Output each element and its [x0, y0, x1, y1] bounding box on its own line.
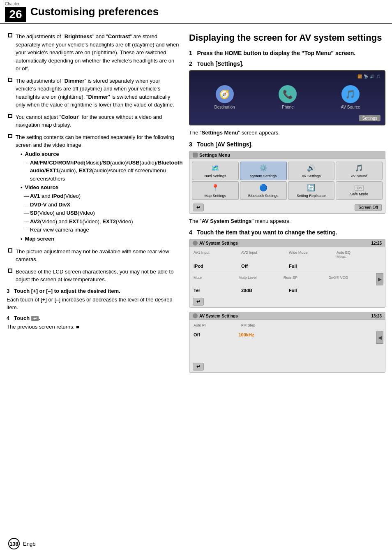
system-label: System Settings — [250, 174, 277, 178]
menu-navi-settings[interactable]: 🗺️ Navi Settings — [192, 162, 239, 180]
top-menu-screen: 📶 📡 🔊 🎵 🧭 Destination 📞 Phone � — [189, 70, 385, 125]
av-cell-av2-label: AV2 Input — [240, 249, 287, 261]
screen-off-button[interactable]: Screen Off — [355, 204, 382, 211]
settings-menu-titlebar: Settings Menu — [189, 151, 385, 159]
menu-map-settings[interactable]: 📍 Map Settings — [192, 181, 239, 200]
step2-text: Touch [Settings]. — [197, 60, 243, 67]
av2-cell-empty1-label — [287, 322, 335, 330]
settings-button[interactable]: Settings — [359, 115, 380, 121]
dash-list-video: AV1 and iPod(Video) DVD-V and DivX SD(Vi… — [24, 192, 182, 234]
scroll-left-arrow[interactable]: ◀ — [376, 331, 383, 344]
top-menu-content: 📶 📡 🔊 🎵 🧭 Destination 📞 Phone � — [190, 71, 385, 125]
av2-grid-values: Off 100kHz — [189, 331, 374, 345]
scroll-right-arrow[interactable]: ▶ — [376, 273, 383, 285]
main-content: The adjustments of "Brightness" and "Con… — [0, 24, 392, 385]
bullet-item-lcd: Because of the LCD screen characteristic… — [7, 268, 179, 284]
bullet-item-memorised: The setting contents can be memorised se… — [7, 133, 179, 243]
sub-bullet-audio: Audio source — [21, 151, 182, 157]
top-menu-destination: 🧭 Destination — [214, 85, 235, 109]
av-cell-wide-label: Wide Mode — [287, 249, 335, 261]
settings-menu-title: Settings Menu — [199, 153, 230, 158]
caption2: The "AV System Settings" menu appears. — [189, 217, 385, 225]
bullet-icon — [8, 134, 12, 138]
av-scroll-arrow: ▶ — [374, 272, 385, 286]
av2-cell-fmstep-val: 100kHz — [237, 331, 282, 343]
chapter-header: Chapter 26 Customising preferences — [0, 0, 392, 24]
av-cell-rearsp-label: Rear SP — [282, 274, 327, 285]
av-cell-rearsp-val: Full — [287, 286, 335, 294]
av-cell-av1-val: iPod — [192, 262, 240, 270]
menu-safe-mode[interactable]: On Safe Mode — [336, 181, 383, 200]
bullet-text-colour: You cannot adjust "Colour" for the sourc… — [16, 113, 179, 129]
menu-av-settings[interactable]: 🔊 AV Settings — [288, 162, 335, 180]
av-cell-autoeq-label: Auto EQMeas. — [335, 249, 383, 261]
system-icon: ⚙️ — [259, 164, 268, 173]
bluetooth-icon: 🔵 — [259, 183, 268, 192]
av-system-bottom-2: ↩ — [189, 361, 385, 372]
navi-icon: 🗺️ — [211, 164, 220, 173]
av-back-button-1[interactable]: ↩ — [193, 298, 204, 306]
step2-number: 2 Touch [Settings]. — [189, 60, 385, 67]
av-cell-mutelevel-label: Mute Level — [237, 274, 282, 285]
av-grid-labels2: Mute Mute Level Rear SP DivX® VOD — [189, 272, 374, 286]
av-cell-divx-val — [335, 286, 383, 294]
left-column: The adjustments of "Brightness" and "Con… — [7, 32, 179, 377]
menu-av-sound[interactable]: 🎵 AV Sound — [336, 162, 383, 180]
step3-text: Touch [AV Settings]. — [197, 141, 253, 148]
top-menu-icons: 🧭 Destination 📞 Phone 🎵 AV Source — [192, 80, 382, 114]
dash-dvd: DVD-V and DivX — [24, 201, 182, 209]
av2-row-vals: Off 100kHz ◀ — [189, 331, 385, 345]
chapter-number: 26 — [5, 7, 26, 22]
top-menu-avsource: 🎵 AV Source — [341, 85, 360, 109]
dash-av1: AV1 and iPod(Video) — [24, 192, 182, 200]
settings-menu-screen: Settings Menu 🗺️ Navi Settings ⚙️ System… — [189, 151, 385, 214]
sub-bullet-video: Video source — [21, 184, 182, 190]
bullet-text-lcd: Because of the LCD screen characteristic… — [16, 268, 179, 284]
step4-left-body: The previous screen returns. ■ — [7, 323, 179, 331]
dash-rear: Rear view camera image — [24, 226, 182, 234]
av-cell-divx-label: DivX® VOD — [327, 274, 372, 285]
step4-text: Touch the item that you want to change t… — [197, 229, 337, 236]
bullet-item-brightness: The adjustments of "Brightness" and "Con… — [7, 32, 179, 73]
av-sound-label: AV Sound — [351, 174, 367, 178]
replicator-label: Setting Replicator — [297, 194, 326, 198]
top-menu-bottom: Settings — [192, 114, 382, 122]
av2-cell-autopi-label: Auto PI — [192, 322, 240, 330]
destination-icon: 🧭 — [216, 85, 234, 103]
menu-setting-replicator[interactable]: 🔄 Setting Replicator — [288, 181, 335, 200]
av-system-title-2: AV System Settings — [199, 314, 238, 318]
av-system-screen-1: AV System Settings 12:25 AV1 Input AV2 I… — [189, 239, 385, 308]
av-grid-labels: AV1 Input AV2 Input Wide Mode Auto EQMea… — [189, 247, 385, 262]
chapter-label: Chapter — [5, 2, 30, 6]
phone-icon: 📞 — [279, 85, 297, 103]
menu-system-settings[interactable]: ⚙️ System Settings — [240, 162, 287, 180]
destination-label: Destination — [214, 105, 235, 109]
av-grid-values1: iPod Off Full — [189, 262, 385, 272]
bullet-item-dimmer: The adjustments of "Dimmer" is stored se… — [7, 77, 179, 109]
av2-cell-empty2-label — [335, 322, 383, 330]
av-cell-autoeq-val — [335, 262, 383, 270]
section-title: Displaying the screen for AV system sett… — [189, 32, 385, 43]
step3-number: 3 Touch [AV Settings]. — [189, 141, 385, 148]
bullet-text-memorised: The setting contents can be memorised se… — [16, 134, 174, 148]
av-system-titlebar-1: AV System Settings 12:25 — [189, 239, 385, 247]
av2-cell-empty2-val — [327, 331, 372, 343]
settings-back-button[interactable]: ↩ — [193, 204, 204, 211]
av-label: AV Settings — [302, 174, 321, 178]
step4-left-header: 4 Touch ↩. — [7, 315, 179, 321]
step3-left-body: Each touch of [+] or [–] increases or de… — [7, 296, 179, 312]
av-titlebar-left: AV System Settings — [193, 241, 238, 246]
settings-menu-bottom: ↩ Screen Off — [189, 202, 385, 213]
bullet-text-dimmer: The adjustments of "Dimmer" is stored se… — [16, 77, 179, 109]
av2-cell-autopi-val: Off — [192, 331, 237, 343]
bullet-item-picture: The picture adjustment may not be availa… — [7, 248, 179, 264]
av-back-button-2[interactable]: ↩ — [193, 363, 204, 371]
bullet-icon — [8, 248, 12, 253]
map-icon: 📍 — [211, 183, 220, 192]
replicator-icon: 🔄 — [307, 183, 316, 192]
av-cell-av2-val: Off — [240, 262, 287, 270]
avsource-label: AV Source — [341, 105, 360, 109]
avsource-icon: 🎵 — [341, 85, 360, 103]
menu-bluetooth-settings[interactable]: 🔵 Bluetooth Settings — [240, 181, 287, 200]
av-cell-mute-label: Mute — [192, 274, 237, 285]
